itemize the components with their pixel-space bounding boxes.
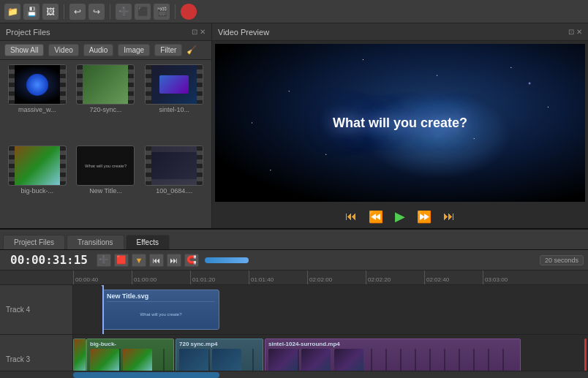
video-filter-button[interactable]: Video xyxy=(48,44,78,56)
playhead-triangle xyxy=(98,285,107,287)
clip-bigbuck[interactable]: big-buck- xyxy=(86,339,174,371)
timecode-display: 00:00:31:15 xyxy=(4,253,94,267)
thumbnail-label: big-buck-... xyxy=(21,187,54,194)
image-icon[interactable]: 🖼 xyxy=(42,4,59,20)
forward-button[interactable]: ⏩ xyxy=(414,208,434,225)
ruler-mark: 02:02:00 xyxy=(307,271,366,284)
thumbnail-label: 720-sync... xyxy=(89,106,121,113)
timeline-toolbar-right: 20 seconds xyxy=(540,255,584,265)
clip-sync[interactable]: 720 sync.mp4 xyxy=(176,339,263,371)
main-area: Project Files ⊡ ✕ Show All Video Audio I… xyxy=(0,23,588,228)
clip-sintel[interactable]: sintel-1024-surround.mp4 xyxy=(265,339,521,371)
clip-sintel-label: sintel-1024-surround.mp4 xyxy=(268,341,517,347)
zoom-label: 20 seconds xyxy=(540,255,584,265)
ruler-mark: 03:03:00 xyxy=(483,271,541,284)
audio-filter-button[interactable]: Audio xyxy=(83,44,114,56)
right-panel: Video Preview ⊡ ✕ What will you create? … xyxy=(212,23,588,228)
filter-bar: Show All Video Audio Image Filter 🧹 xyxy=(0,41,211,60)
track-3-label: Track 3 xyxy=(6,355,30,363)
ruler-mark: 02:02:20 xyxy=(366,271,424,284)
clip-filmstrip xyxy=(90,349,170,371)
ruler-marks: 00:00:40 01:00:00 01:01:20 01:01:40 02:0… xyxy=(73,271,588,284)
thumbnail-image xyxy=(76,64,135,105)
clip-thumb xyxy=(90,349,119,371)
track-4-label: Track 4 xyxy=(6,306,30,314)
clip-new-title[interactable]: New Title.svg What will you create? xyxy=(102,290,219,330)
tab-project-files[interactable]: Project Files xyxy=(3,235,65,249)
show-all-button[interactable]: Show All xyxy=(4,44,44,56)
playhead xyxy=(102,285,104,334)
list-item[interactable]: 720-sync... xyxy=(73,64,139,143)
toolbar-separator-2 xyxy=(110,4,110,19)
list-item[interactable]: 100_0684.... xyxy=(141,145,207,224)
thumbnail-label: New Title... xyxy=(89,187,122,194)
prev-marker-button[interactable]: ⏮ xyxy=(149,254,164,267)
list-item[interactable]: big-buck-... xyxy=(4,145,70,224)
list-item[interactable]: What will you create? New Title... xyxy=(73,145,139,224)
snap-button[interactable]: 🧲 xyxy=(184,254,199,267)
project-files-title: Project Files xyxy=(6,28,50,37)
list-item[interactable]: massive_w... xyxy=(4,64,70,143)
end-button[interactable]: ⏭ xyxy=(440,208,458,224)
list-item[interactable]: sintel-10... xyxy=(141,64,207,143)
next-marker-button[interactable]: ⏭ xyxy=(167,254,181,267)
scrollbar-thumb[interactable] xyxy=(73,372,219,378)
filter-track-button[interactable]: ▼ xyxy=(132,254,146,267)
zoom-slider[interactable] xyxy=(205,257,249,263)
ruler-mark: 00:00:40 xyxy=(73,271,132,284)
preview-overlay-text: What will you create? xyxy=(333,116,467,131)
ruler-mark: 01:01:20 xyxy=(190,271,249,284)
clip-title-preview: What will you create? xyxy=(107,301,215,327)
undo-icon[interactable]: ↩ xyxy=(69,4,86,20)
filter-button[interactable]: Filter xyxy=(154,44,182,56)
add-track-button[interactable]: ➕ xyxy=(97,254,111,267)
track-3-header: Track 3 xyxy=(0,335,73,371)
track-end-marker xyxy=(584,339,587,371)
clip-filmstrip xyxy=(179,349,260,371)
image-filter-button[interactable]: Image xyxy=(118,44,150,56)
thumbnails-grid: massive_w... 720-sync... si xyxy=(0,60,211,228)
preview-controls: ⏮ ⏪ ▶ ⏩ ⏭ xyxy=(212,205,588,228)
add-icon[interactable]: ➕ xyxy=(116,4,132,20)
tracks-container: Track 4 New Title.svg What will you crea… xyxy=(0,285,588,371)
clip-thumb xyxy=(123,349,152,371)
fullscreen-icon[interactable]: ⬛ xyxy=(135,4,151,20)
ruler-mark: 01:00:00 xyxy=(132,271,190,284)
video-preview-area[interactable]: What will you create? xyxy=(215,44,585,202)
save-icon[interactable]: 💾 xyxy=(23,4,39,20)
redo-icon[interactable]: ↪ xyxy=(88,4,105,20)
timeline-toolbar-left: 00:00:31:15 ➕ 🟥 ▼ ⏮ ⏭ 🧲 xyxy=(4,253,249,267)
thumbnail-image xyxy=(145,145,203,186)
tab-transitions[interactable]: Transitions xyxy=(67,235,124,249)
play-button[interactable]: ▶ xyxy=(392,207,408,226)
project-files-header: Project Files ⊡ ✕ xyxy=(0,23,211,41)
track-3-content[interactable]: big-buck- 720 sync.mp4 sintel-1024-surro… xyxy=(73,335,588,371)
preview-controls-icon: ⊡ ✕ xyxy=(568,28,582,36)
thumbnail-image xyxy=(8,64,67,105)
preview-title: Video Preview xyxy=(218,28,269,37)
track-row: Track 4 New Title.svg What will you crea… xyxy=(0,285,588,335)
timeline-section: Project Files Transitions Effects 00:00:… xyxy=(0,228,588,378)
clip-thumb xyxy=(179,349,208,371)
title-preview-text: What will you create? xyxy=(83,162,128,170)
filter-clear-icon[interactable]: 🧹 xyxy=(186,45,197,55)
track-row: Track 3 big-buck- 720 sync.mp4 xyxy=(0,335,588,371)
track-4-header: Track 4 xyxy=(0,285,73,334)
track-4-content[interactable]: New Title.svg What will you create? xyxy=(73,285,588,334)
timeline-toolbar: 00:00:31:15 ➕ 🟥 ▼ ⏮ ⏭ 🧲 20 seconds xyxy=(0,250,588,271)
tab-effects[interactable]: Effects xyxy=(126,235,170,249)
open-icon[interactable]: 📁 xyxy=(4,4,20,20)
thumbnail-image xyxy=(8,145,67,186)
record-icon[interactable] xyxy=(181,4,197,20)
clip-thumb xyxy=(212,349,241,371)
remove-track-button[interactable]: 🟥 xyxy=(114,254,129,267)
glow-decoration xyxy=(365,91,511,179)
clip-title-label: New Title.svg xyxy=(107,292,215,300)
clip-small[interactable] xyxy=(73,339,86,371)
timeline-scrollbar[interactable] xyxy=(0,371,588,378)
back-button[interactable]: ⏪ xyxy=(366,208,386,225)
export-icon[interactable]: 🎬 xyxy=(154,4,170,20)
rewind-button[interactable]: ⏮ xyxy=(342,208,360,224)
toolbar-separator-3 xyxy=(175,4,176,19)
clip-sync-label: 720 sync.mp4 xyxy=(179,341,260,347)
